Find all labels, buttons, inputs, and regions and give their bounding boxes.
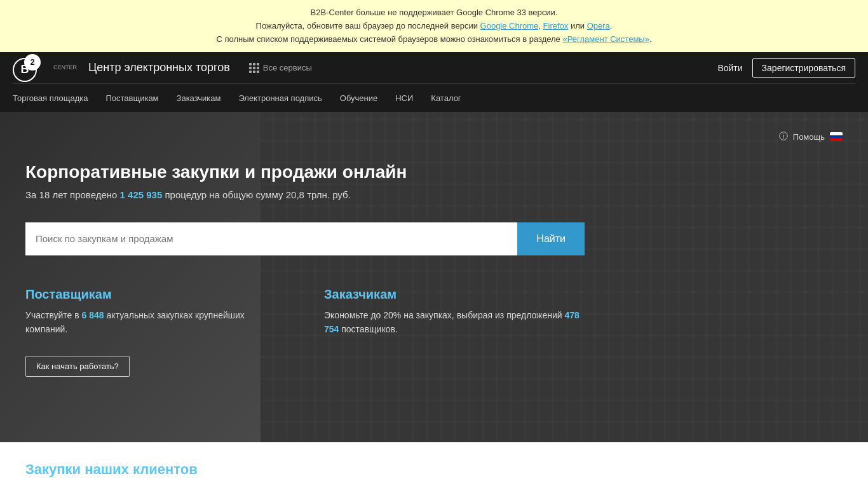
hero-columns: Поставщикам Участвуйте в 6 848 актуальны… [25,287,585,377]
header-top: B 2 CENTER Центр электронных торгов [13,52,855,84]
register-button[interactable]: Зарегистрироваться [752,58,855,78]
help-bar: ⓘ Помощь [25,131,843,142]
bottom-section: Закупки наших клиентов [0,442,868,488]
suppliers-text: Участвуйте в 6 848 актуальных закупках к… [25,308,286,337]
bottom-title: Закупки наших клиентов [25,461,843,478]
browser-warning-banner: B2B-Center больше не поддерживает Google… [0,0,868,52]
logo-b-inner: 2 [24,54,41,71]
logo-badge: 2 [30,57,34,67]
header-right: Войти Зарегистрироваться [717,58,855,78]
logo-icon: B 2 [13,54,41,82]
suppliers-column: Поставщикам Участвуйте в 6 848 актуальны… [25,287,286,377]
suppliers-count: 6 848 [82,310,104,320]
help-label[interactable]: Помощь [793,132,825,142]
search-bar: Найти [25,222,585,255]
hero-content: ⓘ Помощь Корпоративные закупки и продажи… [0,112,868,402]
suppliers-title[interactable]: Поставщикам [25,287,286,302]
hero-section: ⓘ Помощь Корпоративные закупки и продажи… [0,112,868,442]
logo-title: Центр электронных торгов [88,61,230,74]
firefox-link[interactable]: Firefox [543,21,569,30]
search-input[interactable] [25,222,517,255]
hero-title: Корпоративные закупки и продажи онлайн [25,161,843,183]
customers-column: Заказчикам Экономьте до 20% на закупках,… [324,287,585,377]
help-icon: ⓘ [779,131,788,142]
main-nav: Торговая площадка Поставщикам Заказчикам… [13,84,855,112]
nav-item-training[interactable]: Обучение [331,84,386,112]
hero-procedure-count: 1 425 935 [120,189,163,200]
flag-icon [830,132,843,141]
search-button[interactable]: Найти [517,222,585,255]
nav-item-suppliers[interactable]: Поставщикам [97,84,167,112]
logo-text-block: CENTER [53,65,77,71]
rules-link[interactable]: «Регламент Системы» [562,34,649,44]
hero-subtitle: За 18 лет проведено 1 425 935 процедур н… [25,189,843,200]
grid-icon [249,63,259,73]
nav-item-customers[interactable]: Заказчикам [168,84,230,112]
nav-item-nsi[interactable]: НСИ [386,84,422,112]
logo[interactable]: B 2 CENTER Центр электронных торгов [13,54,230,82]
site-header: B 2 CENTER Центр электронных торгов [0,52,868,112]
nav-item-marketplace[interactable]: Торговая площадка [13,84,97,112]
all-services-label: Все сервисы [263,63,312,72]
banner-line3: С полным списком поддерживаемых системой… [13,33,855,46]
start-work-button[interactable]: Как начать работать? [25,356,130,377]
banner-line1: B2B-Center больше не поддерживает Google… [13,6,855,20]
logo-center-text: CENTER [53,65,77,71]
banner-line2: Пожалуйста, обновите ваш браузер до посл… [13,20,855,33]
nav-item-esignature[interactable]: Электронная подпись [229,84,330,112]
customers-title[interactable]: Заказчикам [324,287,585,302]
all-services-button[interactable]: Все сервисы [249,63,312,73]
login-button[interactable]: Войти [717,63,742,73]
nav-item-catalog[interactable]: Каталог [422,84,470,112]
opera-link[interactable]: Opera [587,21,610,30]
customers-text: Экономьте до 20% на закупках, выбирая из… [324,308,585,337]
chrome-link[interactable]: Google Chrome [480,21,539,30]
